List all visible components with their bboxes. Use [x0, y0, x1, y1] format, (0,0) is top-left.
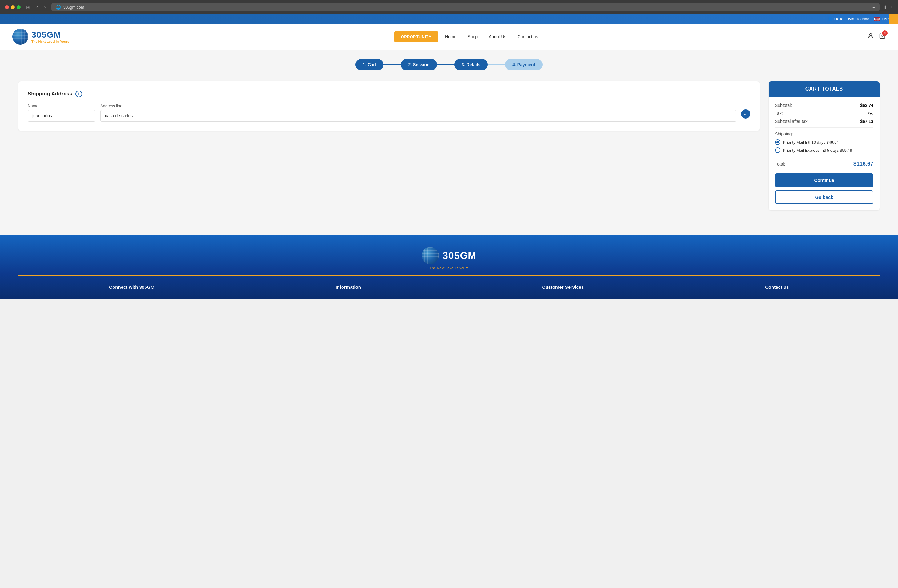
step-session[interactable]: 2. Session [401, 59, 437, 70]
cart-badge: 3 [882, 31, 887, 36]
logo-globe [12, 29, 28, 45]
language-selector[interactable]: 🇺🇸 EN ▾ [874, 17, 890, 21]
cart-totals-card: CART TOTALS Subtotal: $62.74 Tax: 7% Sub… [769, 81, 880, 210]
step-cart[interactable]: 1. Cart [355, 59, 384, 70]
share-icon[interactable]: ⬆ [883, 4, 887, 10]
header: 305GM The Next Level Is Yours OPPORTUNIT… [0, 24, 898, 50]
more-icon[interactable]: ··· [872, 5, 875, 9]
step-details-label: 3. Details [454, 59, 488, 70]
shipping-option-2[interactable]: Priority Mail Express Intl 5 days $59.49 [775, 148, 873, 153]
address-bar[interactable]: 🌐 305gm.com ··· [51, 3, 880, 11]
subtotal-after-tax-label: Subtotal after tax: [775, 119, 809, 124]
address-input[interactable] [100, 110, 736, 122]
step-session-label: 2. Session [401, 59, 437, 70]
page: 👤 Hello, Elvin Haddad 🇺🇸 EN ▾ 305GM The … [0, 14, 898, 299]
header-actions: 3 [867, 32, 886, 41]
dot-green[interactable] [17, 5, 21, 9]
step-cart-label: 1. Cart [355, 59, 384, 70]
lang-text: EN [882, 17, 887, 21]
tax-label: Tax: [775, 111, 783, 116]
account-icon[interactable] [867, 32, 874, 41]
top-bar: 👤 Hello, Elvin Haddad 🇺🇸 EN ▾ [0, 14, 898, 24]
name-input[interactable] [28, 110, 95, 122]
step-payment[interactable]: 4. Payment [505, 59, 543, 70]
shipping-option-1-label: Priority Mail Intl 10 days $49.54 [783, 140, 839, 145]
shipping-radio-2[interactable] [775, 148, 780, 153]
url-text: 305gm.com [63, 5, 84, 9]
subtotal-after-tax-value: $67.13 [860, 119, 873, 124]
cart-icon[interactable]: 3 [879, 32, 886, 41]
total-value: $116.67 [853, 161, 873, 167]
footer-logo: 305GM [421, 247, 477, 264]
footer-tagline: The Next Level Is Yours [430, 266, 469, 270]
subtotal-value: $62.74 [860, 103, 873, 108]
nav-shop[interactable]: Shop [463, 32, 482, 42]
footer-logo-area: 305GM The Next Level Is Yours [18, 247, 880, 270]
browser-chrome: ⊞ ‹ › 🌐 305gm.com ··· ⬆ + [0, 0, 898, 14]
shipping-radio-1[interactable] [775, 140, 780, 145]
continue-button[interactable]: Continue [775, 173, 873, 187]
logo-tagline: The Next Level Is Yours [31, 40, 69, 43]
add-address-icon[interactable]: + [75, 91, 82, 97]
footer-col-info: Information [335, 285, 361, 290]
footer-logo-name: 305GM [443, 250, 477, 262]
footer-col-services-title: Customer Services [542, 285, 584, 290]
footer-col-contact-title: Contact us [765, 285, 789, 290]
flag-icon: 🇺🇸 [874, 17, 881, 21]
nav-about[interactable]: About Us [484, 32, 511, 42]
logo-name: 305GM [31, 30, 69, 40]
browser-actions: ⬆ + [883, 4, 893, 10]
name-label: Name [28, 103, 95, 108]
checkout-steps: 1. Cart 2. Session 3. Details 4. Payment [18, 59, 880, 70]
logo[interactable]: 305GM The Next Level Is Yours [12, 29, 69, 45]
shipping-option-1[interactable]: Priority Mail Intl 10 days $49.54 [775, 140, 873, 145]
browser-dots [5, 5, 21, 9]
svg-point-0 [869, 34, 872, 36]
user-icon: 👤 [827, 17, 832, 21]
totals-divider-2 [775, 157, 873, 157]
tax-value: 7% [867, 111, 873, 116]
dot-yellow[interactable] [11, 5, 15, 9]
address-field-group: Address line [100, 103, 736, 122]
shipping-title: Shipping Address + [28, 91, 750, 97]
address-form-row: Name Address line ✓ [28, 103, 750, 122]
footer: 305GM The Next Level Is Yours Connect wi… [0, 235, 898, 299]
step-details[interactable]: 3. Details [454, 59, 488, 70]
opportunity-button[interactable]: OPPORTUNITY [394, 31, 438, 42]
new-tab-icon[interactable]: + [890, 4, 893, 10]
main-content: 1. Cart 2. Session 3. Details 4. Payment… [0, 50, 898, 235]
cart-totals-body: Subtotal: $62.74 Tax: 7% Subtotal after … [769, 97, 880, 210]
subtotal-label: Subtotal: [775, 103, 792, 108]
top-bar-user: 👤 Hello, Elvin Haddad [827, 17, 869, 21]
cart-totals-header: CART TOTALS [769, 81, 880, 97]
logo-text: 305GM The Next Level Is Yours [31, 30, 69, 43]
footer-col-info-title: Information [335, 285, 361, 290]
step-payment-label: 4. Payment [505, 59, 543, 70]
footer-cols: Connect with 305GM Information Customer … [18, 285, 880, 290]
footer-col-connect: Connect with 305GM [109, 285, 154, 290]
address-label: Address line [100, 103, 736, 108]
totals-divider [775, 128, 873, 128]
dot-red[interactable] [5, 5, 9, 9]
address-check-icon[interactable]: ✓ [741, 109, 750, 119]
subtotal-after-tax-row: Subtotal after tax: $67.13 [775, 119, 873, 124]
content-layout: Shipping Address + Name Address line ✓ [18, 81, 880, 210]
total-label: Total: [775, 162, 785, 166]
go-back-button[interactable]: Go back [775, 190, 873, 204]
shipping-option-2-label: Priority Mail Express Intl 5 days $59.49 [783, 148, 852, 153]
name-field-group: Name [28, 103, 95, 122]
connector-2 [437, 64, 455, 65]
back-icon[interactable]: ‹ [34, 4, 40, 11]
forward-icon[interactable]: › [42, 4, 48, 11]
nav-home[interactable]: Home [441, 32, 461, 42]
connector-3 [487, 64, 506, 65]
total-row: Total: $116.67 [775, 161, 873, 167]
sidebar-toggle-icon[interactable]: ⊞ [24, 4, 32, 11]
footer-globe-icon [421, 247, 439, 264]
nav-contact[interactable]: Contact us [513, 32, 543, 42]
tax-row: Tax: 7% [775, 111, 873, 116]
subtotal-row: Subtotal: $62.74 [775, 103, 873, 108]
browser-controls: ⊞ ‹ › [24, 4, 48, 11]
chevron-down-icon: ▾ [889, 17, 890, 21]
footer-col-contact: Contact us [765, 285, 789, 290]
